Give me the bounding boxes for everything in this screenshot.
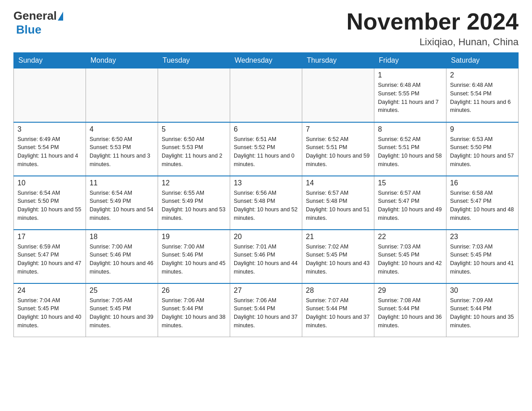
- day-number: 2: [450, 71, 515, 79]
- calendar-day-cell: 24Sunrise: 7:04 AMSunset: 5:45 PMDayligh…: [14, 283, 86, 337]
- calendar-header-sunday: Sunday: [14, 53, 86, 68]
- day-info: Sunrise: 6:54 AMSunset: 5:50 PMDaylight:…: [17, 189, 82, 223]
- calendar-day-cell: [158, 68, 230, 122]
- day-number: 6: [234, 125, 298, 133]
- day-info: Sunrise: 7:03 AMSunset: 5:45 PMDaylight:…: [450, 243, 515, 276]
- day-info: Sunrise: 7:05 AMSunset: 5:45 PMDaylight:…: [90, 296, 154, 330]
- day-number: 4: [90, 125, 154, 133]
- day-number: 5: [162, 125, 226, 133]
- logo: General Blue: [13, 9, 63, 37]
- calendar-header-row: SundayMondayTuesdayWednesdayThursdayFrid…: [14, 53, 519, 68]
- day-number: 10: [17, 179, 82, 187]
- day-info: Sunrise: 7:06 AMSunset: 5:44 PMDaylight:…: [234, 296, 298, 330]
- day-number: 9: [450, 125, 515, 133]
- calendar-day-cell: [86, 68, 158, 122]
- day-number: 24: [17, 287, 82, 295]
- day-info: Sunrise: 6:50 AMSunset: 5:53 PMDaylight:…: [162, 135, 226, 169]
- calendar-day-cell: 12Sunrise: 6:55 AMSunset: 5:49 PMDayligh…: [158, 176, 230, 230]
- calendar-day-cell: 18Sunrise: 7:00 AMSunset: 5:46 PMDayligh…: [86, 230, 158, 283]
- day-info: Sunrise: 6:57 AMSunset: 5:47 PMDaylight:…: [378, 189, 442, 223]
- calendar-day-cell: 27Sunrise: 7:06 AMSunset: 5:44 PMDayligh…: [230, 283, 302, 337]
- calendar-week-row: 1Sunrise: 6:48 AMSunset: 5:55 PMDaylight…: [14, 68, 519, 122]
- day-info: Sunrise: 7:02 AMSunset: 5:45 PMDaylight:…: [306, 243, 370, 276]
- day-number: 29: [378, 287, 442, 295]
- calendar-day-cell: [302, 68, 374, 122]
- day-info: Sunrise: 7:01 AMSunset: 5:46 PMDaylight:…: [234, 243, 298, 276]
- day-number: 3: [17, 125, 82, 133]
- day-info: Sunrise: 6:57 AMSunset: 5:48 PMDaylight:…: [306, 189, 370, 223]
- day-number: 15: [378, 179, 442, 187]
- day-info: Sunrise: 6:49 AMSunset: 5:54 PMDaylight:…: [17, 135, 82, 169]
- calendar-day-cell: 8Sunrise: 6:52 AMSunset: 5:51 PMDaylight…: [374, 122, 446, 176]
- calendar-day-cell: 5Sunrise: 6:50 AMSunset: 5:53 PMDaylight…: [158, 122, 230, 176]
- day-number: 8: [378, 125, 442, 133]
- calendar-week-row: 24Sunrise: 7:04 AMSunset: 5:45 PMDayligh…: [14, 283, 519, 337]
- month-title: November 2024: [347, 9, 519, 34]
- day-number: 1: [378, 71, 442, 79]
- day-info: Sunrise: 6:53 AMSunset: 5:50 PMDaylight:…: [450, 135, 515, 169]
- day-number: 27: [234, 287, 298, 295]
- calendar-week-row: 10Sunrise: 6:54 AMSunset: 5:50 PMDayligh…: [14, 176, 519, 230]
- calendar-day-cell: 7Sunrise: 6:52 AMSunset: 5:51 PMDaylight…: [302, 122, 374, 176]
- day-info: Sunrise: 6:52 AMSunset: 5:51 PMDaylight:…: [378, 135, 442, 169]
- day-number: 13: [234, 179, 298, 187]
- calendar-header-monday: Monday: [86, 53, 158, 68]
- calendar-day-cell: 19Sunrise: 7:00 AMSunset: 5:46 PMDayligh…: [158, 230, 230, 283]
- calendar-header-saturday: Saturday: [446, 53, 519, 68]
- day-number: 20: [234, 233, 298, 241]
- calendar-day-cell: 21Sunrise: 7:02 AMSunset: 5:45 PMDayligh…: [302, 230, 374, 283]
- calendar-day-cell: 9Sunrise: 6:53 AMSunset: 5:50 PMDaylight…: [446, 122, 519, 176]
- calendar-day-cell: 20Sunrise: 7:01 AMSunset: 5:46 PMDayligh…: [230, 230, 302, 283]
- calendar-day-cell: 30Sunrise: 7:09 AMSunset: 5:44 PMDayligh…: [446, 283, 519, 337]
- day-number: 16: [450, 179, 515, 187]
- calendar-day-cell: 4Sunrise: 6:50 AMSunset: 5:53 PMDaylight…: [86, 122, 158, 176]
- calendar-week-row: 17Sunrise: 6:59 AMSunset: 5:47 PMDayligh…: [14, 230, 519, 283]
- day-number: 23: [450, 233, 515, 241]
- calendar-day-cell: 26Sunrise: 7:06 AMSunset: 5:44 PMDayligh…: [158, 283, 230, 337]
- day-number: 18: [90, 233, 154, 241]
- logo-general-text: General: [13, 9, 57, 23]
- calendar-day-cell: 11Sunrise: 6:54 AMSunset: 5:49 PMDayligh…: [86, 176, 158, 230]
- day-info: Sunrise: 7:08 AMSunset: 5:44 PMDaylight:…: [378, 296, 442, 330]
- day-number: 30: [450, 287, 515, 295]
- day-number: 25: [90, 287, 154, 295]
- calendar-week-row: 3Sunrise: 6:49 AMSunset: 5:54 PMDaylight…: [14, 122, 519, 176]
- location: Lixiqiao, Hunan, China: [347, 36, 519, 48]
- day-number: 21: [306, 233, 370, 241]
- calendar-day-cell: 17Sunrise: 6:59 AMSunset: 5:47 PMDayligh…: [14, 230, 86, 283]
- calendar-header-friday: Friday: [374, 53, 446, 68]
- day-info: Sunrise: 6:58 AMSunset: 5:47 PMDaylight:…: [450, 189, 515, 223]
- day-info: Sunrise: 7:00 AMSunset: 5:46 PMDaylight:…: [162, 243, 226, 276]
- day-info: Sunrise: 6:48 AMSunset: 5:55 PMDaylight:…: [378, 81, 442, 115]
- calendar-day-cell: 10Sunrise: 6:54 AMSunset: 5:50 PMDayligh…: [14, 176, 86, 230]
- calendar-day-cell: 2Sunrise: 6:48 AMSunset: 5:54 PMDaylight…: [446, 68, 519, 122]
- day-number: 11: [90, 179, 154, 187]
- calendar-day-cell: 29Sunrise: 7:08 AMSunset: 5:44 PMDayligh…: [374, 283, 446, 337]
- calendar-day-cell: 22Sunrise: 7:03 AMSunset: 5:45 PMDayligh…: [374, 230, 446, 283]
- calendar-day-cell: 15Sunrise: 6:57 AMSunset: 5:47 PMDayligh…: [374, 176, 446, 230]
- day-info: Sunrise: 7:03 AMSunset: 5:45 PMDaylight:…: [378, 243, 442, 276]
- logo-blue-text: Blue: [16, 23, 41, 36]
- calendar-day-cell: 3Sunrise: 6:49 AMSunset: 5:54 PMDaylight…: [14, 122, 86, 176]
- day-info: Sunrise: 7:00 AMSunset: 5:46 PMDaylight:…: [90, 243, 154, 276]
- title-section: November 2024 Lixiqiao, Hunan, China: [347, 9, 519, 48]
- calendar-header-tuesday: Tuesday: [158, 53, 230, 68]
- day-info: Sunrise: 6:51 AMSunset: 5:52 PMDaylight:…: [234, 135, 298, 169]
- logo-triangle-icon: [58, 12, 63, 21]
- day-number: 19: [162, 233, 226, 241]
- page-header: General Blue November 2024 Lixiqiao, Hun…: [13, 9, 519, 48]
- day-info: Sunrise: 7:06 AMSunset: 5:44 PMDaylight:…: [162, 296, 226, 330]
- calendar-day-cell: 23Sunrise: 7:03 AMSunset: 5:45 PMDayligh…: [446, 230, 519, 283]
- calendar-day-cell: 13Sunrise: 6:56 AMSunset: 5:48 PMDayligh…: [230, 176, 302, 230]
- day-info: Sunrise: 6:56 AMSunset: 5:48 PMDaylight:…: [234, 189, 298, 223]
- calendar-header-wednesday: Wednesday: [230, 53, 302, 68]
- day-number: 26: [162, 287, 226, 295]
- calendar-day-cell: 28Sunrise: 7:07 AMSunset: 5:44 PMDayligh…: [302, 283, 374, 337]
- calendar-header-thursday: Thursday: [302, 53, 374, 68]
- calendar-day-cell: 25Sunrise: 7:05 AMSunset: 5:45 PMDayligh…: [86, 283, 158, 337]
- calendar-day-cell: 1Sunrise: 6:48 AMSunset: 5:55 PMDaylight…: [374, 68, 446, 122]
- day-info: Sunrise: 7:09 AMSunset: 5:44 PMDaylight:…: [450, 296, 515, 330]
- day-number: 12: [162, 179, 226, 187]
- day-number: 28: [306, 287, 370, 295]
- calendar-day-cell: 14Sunrise: 6:57 AMSunset: 5:48 PMDayligh…: [302, 176, 374, 230]
